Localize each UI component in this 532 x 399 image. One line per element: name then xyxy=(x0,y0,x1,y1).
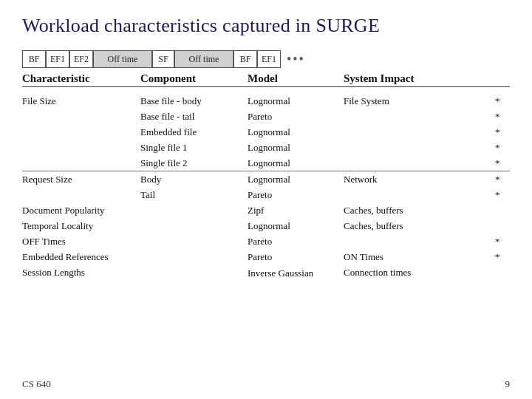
footer-course: CS 640 xyxy=(22,378,51,390)
star-cell-11 xyxy=(495,265,510,280)
model-cell-6: Pareto xyxy=(248,187,344,202)
header-system-impact: System Impact xyxy=(344,72,510,85)
model-cell-1: Pareto xyxy=(248,109,344,124)
star-cell-5: * xyxy=(495,171,510,187)
star-cell-0: * xyxy=(495,93,510,109)
model-cell-3: Lognormal xyxy=(248,140,344,155)
comp-cell-7 xyxy=(140,202,248,218)
model-cell-5: Lognormal xyxy=(248,171,344,187)
model-cell-4: Lognormal xyxy=(248,155,344,171)
char-cell-8: Temporal Locality xyxy=(22,218,140,233)
box-bf: BF xyxy=(22,50,46,68)
char-cell-4 xyxy=(22,155,140,171)
impact-column: File SystemNetworkCaches, buffersCaches,… xyxy=(344,93,495,281)
char-cell-10: Embedded References xyxy=(22,249,140,265)
ellipsis-dots: ••• xyxy=(287,52,305,67)
star-cell-2: * xyxy=(495,124,510,140)
star-cell-1: * xyxy=(495,109,510,124)
header-bar: BF EF1 EF2 Off time SF Off time BF EF1 •… xyxy=(22,49,510,69)
impact-cell-9 xyxy=(344,233,495,249)
impact-cell-4 xyxy=(344,155,495,171)
impact-cell-3 xyxy=(344,140,495,155)
star-cell-10: * xyxy=(495,249,510,265)
box-ef1b: EF1 xyxy=(257,50,281,68)
model-cell-7: Zipf xyxy=(248,202,344,218)
char-cell-3 xyxy=(22,140,140,155)
header-component: Component xyxy=(140,72,248,85)
model-cell-11: Inverse Gaussian xyxy=(248,265,344,281)
component-column: Base file - bodyBase file - tailEmbedded… xyxy=(140,93,248,281)
char-cell-9: OFF Times xyxy=(22,233,140,249)
model-cell-8: Lognormal xyxy=(248,218,344,233)
comp-cell-8 xyxy=(140,218,248,233)
impact-cell-11: Connection times xyxy=(344,265,495,280)
impact-cell-2 xyxy=(344,124,495,140)
char-cell-0: File Size xyxy=(22,93,140,109)
comp-cell-10 xyxy=(140,249,248,265)
header-characteristic: Characteristic xyxy=(22,72,140,85)
impact-cell-10: ON Times xyxy=(344,249,495,265)
page-title: Workload characteristics captured in SUR… xyxy=(22,15,510,37)
impact-cell-7: Caches, buffers xyxy=(344,202,495,218)
header-model: Model xyxy=(248,72,344,85)
comp-cell-9 xyxy=(140,233,248,249)
char-cell-5: Request Size xyxy=(22,171,140,187)
comp-cell-11 xyxy=(140,265,248,280)
comp-cell-5: Body xyxy=(140,171,248,187)
model-cell-0: Lognormal xyxy=(248,93,344,109)
page: Workload characteristics captured in SUR… xyxy=(0,0,532,399)
box-ef1: EF1 xyxy=(46,50,69,68)
star-cell-6: * xyxy=(495,187,510,202)
model-cell-9: Pareto xyxy=(248,233,344,249)
star-column: ********* xyxy=(495,93,510,281)
impact-cell-1 xyxy=(344,109,495,124)
comp-cell-3: Single file 1 xyxy=(140,140,248,155)
comp-cell-4: Single file 2 xyxy=(140,155,248,171)
model-cell-10: Pareto xyxy=(248,249,344,265)
impact-cell-8: Caches, buffers xyxy=(344,218,495,233)
char-cell-11: Session Lengths xyxy=(22,265,140,280)
box-sf: SF xyxy=(152,50,174,68)
comp-cell-6: Tail xyxy=(140,187,248,202)
comp-cell-0: Base file - body xyxy=(140,93,248,109)
characteristic-column: File SizeRequest SizeDocument Popularity… xyxy=(22,93,140,281)
box-bf2: BF xyxy=(233,50,257,68)
model-column: LognormalParetoLognormalLognormalLognorm… xyxy=(248,93,344,281)
impact-cell-5: Network xyxy=(344,171,495,187)
footer-page: 9 xyxy=(505,378,511,390)
impact-cell-0: File System xyxy=(344,93,495,109)
column-headers: Characteristic Component Model System Im… xyxy=(22,72,510,87)
box-offtime2: Off time xyxy=(174,50,233,68)
box-ef2: EF2 xyxy=(69,50,93,68)
char-cell-1 xyxy=(22,109,140,124)
content-area: File SizeRequest SizeDocument Popularity… xyxy=(22,93,510,281)
comp-cell-2: Embedded file xyxy=(140,124,248,140)
char-cell-6 xyxy=(22,187,140,202)
impact-cell-6 xyxy=(344,187,495,202)
star-cell-8 xyxy=(495,218,510,233)
star-cell-4: * xyxy=(495,155,510,171)
box-offtime1: Off time xyxy=(93,50,152,68)
char-cell-7: Document Popularity xyxy=(22,202,140,218)
comp-cell-1: Base file - tail xyxy=(140,109,248,124)
star-cell-3: * xyxy=(495,140,510,155)
char-cell-2 xyxy=(22,124,140,140)
footer: CS 640 9 xyxy=(22,378,510,390)
star-cell-7 xyxy=(495,202,510,218)
star-cell-9: * xyxy=(495,233,510,249)
model-cell-2: Lognormal xyxy=(248,124,344,140)
